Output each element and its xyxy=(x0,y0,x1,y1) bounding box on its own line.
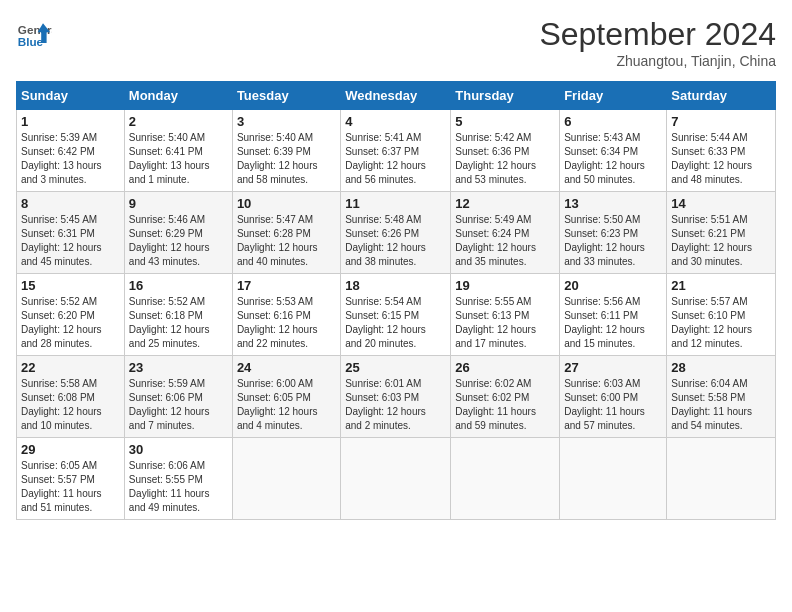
day-info: Sunrise: 6:02 AMSunset: 6:02 PMDaylight:… xyxy=(455,377,555,433)
logo: General Blue xyxy=(16,16,52,52)
table-row: 11Sunrise: 5:48 AMSunset: 6:26 PMDayligh… xyxy=(341,192,451,274)
month-title: September 2024 xyxy=(539,16,776,53)
day-info: Sunrise: 5:49 AMSunset: 6:24 PMDaylight:… xyxy=(455,213,555,269)
day-number: 3 xyxy=(237,114,336,129)
table-row: 18Sunrise: 5:54 AMSunset: 6:15 PMDayligh… xyxy=(341,274,451,356)
day-number: 8 xyxy=(21,196,120,211)
table-row: 4Sunrise: 5:41 AMSunset: 6:37 PMDaylight… xyxy=(341,110,451,192)
table-row xyxy=(341,438,451,520)
col-tuesday: Tuesday xyxy=(232,82,340,110)
table-row: 22Sunrise: 5:58 AMSunset: 6:08 PMDayligh… xyxy=(17,356,125,438)
day-number: 18 xyxy=(345,278,446,293)
table-row: 19Sunrise: 5:55 AMSunset: 6:13 PMDayligh… xyxy=(451,274,560,356)
table-row xyxy=(667,438,776,520)
day-info: Sunrise: 6:01 AMSunset: 6:03 PMDaylight:… xyxy=(345,377,446,433)
day-number: 7 xyxy=(671,114,771,129)
table-row xyxy=(560,438,667,520)
day-number: 28 xyxy=(671,360,771,375)
table-row: 6Sunrise: 5:43 AMSunset: 6:34 PMDaylight… xyxy=(560,110,667,192)
day-info: Sunrise: 5:54 AMSunset: 6:15 PMDaylight:… xyxy=(345,295,446,351)
day-number: 22 xyxy=(21,360,120,375)
day-info: Sunrise: 6:06 AMSunset: 5:55 PMDaylight:… xyxy=(129,459,228,515)
day-info: Sunrise: 5:55 AMSunset: 6:13 PMDaylight:… xyxy=(455,295,555,351)
day-number: 17 xyxy=(237,278,336,293)
day-number: 12 xyxy=(455,196,555,211)
day-info: Sunrise: 5:44 AMSunset: 6:33 PMDaylight:… xyxy=(671,131,771,187)
table-row: 10Sunrise: 5:47 AMSunset: 6:28 PMDayligh… xyxy=(232,192,340,274)
day-info: Sunrise: 5:43 AMSunset: 6:34 PMDaylight:… xyxy=(564,131,662,187)
table-row: 17Sunrise: 5:53 AMSunset: 6:16 PMDayligh… xyxy=(232,274,340,356)
col-saturday: Saturday xyxy=(667,82,776,110)
table-row: 9Sunrise: 5:46 AMSunset: 6:29 PMDaylight… xyxy=(124,192,232,274)
table-row: 30Sunrise: 6:06 AMSunset: 5:55 PMDayligh… xyxy=(124,438,232,520)
day-info: Sunrise: 5:58 AMSunset: 6:08 PMDaylight:… xyxy=(21,377,120,433)
day-number: 29 xyxy=(21,442,120,457)
day-number: 25 xyxy=(345,360,446,375)
day-number: 19 xyxy=(455,278,555,293)
calendar-row: 15Sunrise: 5:52 AMSunset: 6:20 PMDayligh… xyxy=(17,274,776,356)
day-number: 10 xyxy=(237,196,336,211)
table-row: 5Sunrise: 5:42 AMSunset: 6:36 PMDaylight… xyxy=(451,110,560,192)
day-number: 13 xyxy=(564,196,662,211)
col-thursday: Thursday xyxy=(451,82,560,110)
table-row: 16Sunrise: 5:52 AMSunset: 6:18 PMDayligh… xyxy=(124,274,232,356)
day-number: 26 xyxy=(455,360,555,375)
table-row: 27Sunrise: 6:03 AMSunset: 6:00 PMDayligh… xyxy=(560,356,667,438)
day-info: Sunrise: 5:51 AMSunset: 6:21 PMDaylight:… xyxy=(671,213,771,269)
table-row: 14Sunrise: 5:51 AMSunset: 6:21 PMDayligh… xyxy=(667,192,776,274)
day-info: Sunrise: 5:50 AMSunset: 6:23 PMDaylight:… xyxy=(564,213,662,269)
table-row: 28Sunrise: 6:04 AMSunset: 5:58 PMDayligh… xyxy=(667,356,776,438)
table-row: 15Sunrise: 5:52 AMSunset: 6:20 PMDayligh… xyxy=(17,274,125,356)
day-number: 30 xyxy=(129,442,228,457)
title-block: September 2024 Zhuangtou, Tianjin, China xyxy=(539,16,776,69)
day-number: 20 xyxy=(564,278,662,293)
logo-icon: General Blue xyxy=(16,16,52,52)
col-sunday: Sunday xyxy=(17,82,125,110)
table-row: 23Sunrise: 5:59 AMSunset: 6:06 PMDayligh… xyxy=(124,356,232,438)
table-row: 7Sunrise: 5:44 AMSunset: 6:33 PMDaylight… xyxy=(667,110,776,192)
day-info: Sunrise: 6:00 AMSunset: 6:05 PMDaylight:… xyxy=(237,377,336,433)
col-monday: Monday xyxy=(124,82,232,110)
day-number: 14 xyxy=(671,196,771,211)
day-number: 23 xyxy=(129,360,228,375)
day-info: Sunrise: 5:48 AMSunset: 6:26 PMDaylight:… xyxy=(345,213,446,269)
day-info: Sunrise: 6:05 AMSunset: 5:57 PMDaylight:… xyxy=(21,459,120,515)
day-number: 2 xyxy=(129,114,228,129)
table-row: 24Sunrise: 6:00 AMSunset: 6:05 PMDayligh… xyxy=(232,356,340,438)
day-info: Sunrise: 5:56 AMSunset: 6:11 PMDaylight:… xyxy=(564,295,662,351)
day-number: 21 xyxy=(671,278,771,293)
table-row: 25Sunrise: 6:01 AMSunset: 6:03 PMDayligh… xyxy=(341,356,451,438)
calendar-table: Sunday Monday Tuesday Wednesday Thursday… xyxy=(16,81,776,520)
col-wednesday: Wednesday xyxy=(341,82,451,110)
day-info: Sunrise: 5:40 AMSunset: 6:39 PMDaylight:… xyxy=(237,131,336,187)
day-number: 9 xyxy=(129,196,228,211)
day-info: Sunrise: 5:57 AMSunset: 6:10 PMDaylight:… xyxy=(671,295,771,351)
day-number: 16 xyxy=(129,278,228,293)
day-number: 27 xyxy=(564,360,662,375)
day-number: 15 xyxy=(21,278,120,293)
day-info: Sunrise: 5:42 AMSunset: 6:36 PMDaylight:… xyxy=(455,131,555,187)
calendar-row: 8Sunrise: 5:45 AMSunset: 6:31 PMDaylight… xyxy=(17,192,776,274)
table-row: 3Sunrise: 5:40 AMSunset: 6:39 PMDaylight… xyxy=(232,110,340,192)
day-info: Sunrise: 5:47 AMSunset: 6:28 PMDaylight:… xyxy=(237,213,336,269)
table-row xyxy=(451,438,560,520)
day-info: Sunrise: 5:39 AMSunset: 6:42 PMDaylight:… xyxy=(21,131,120,187)
calendar-row: 22Sunrise: 5:58 AMSunset: 6:08 PMDayligh… xyxy=(17,356,776,438)
day-info: Sunrise: 5:46 AMSunset: 6:29 PMDaylight:… xyxy=(129,213,228,269)
svg-text:Blue: Blue xyxy=(18,35,44,48)
table-row: 26Sunrise: 6:02 AMSunset: 6:02 PMDayligh… xyxy=(451,356,560,438)
table-row: 20Sunrise: 5:56 AMSunset: 6:11 PMDayligh… xyxy=(560,274,667,356)
table-row: 2Sunrise: 5:40 AMSunset: 6:41 PMDaylight… xyxy=(124,110,232,192)
day-number: 24 xyxy=(237,360,336,375)
table-row: 1Sunrise: 5:39 AMSunset: 6:42 PMDaylight… xyxy=(17,110,125,192)
location-subtitle: Zhuangtou, Tianjin, China xyxy=(539,53,776,69)
table-row: 8Sunrise: 5:45 AMSunset: 6:31 PMDaylight… xyxy=(17,192,125,274)
table-row: 21Sunrise: 5:57 AMSunset: 6:10 PMDayligh… xyxy=(667,274,776,356)
day-number: 1 xyxy=(21,114,120,129)
page-header: General Blue September 2024 Zhuangtou, T… xyxy=(16,16,776,69)
day-info: Sunrise: 6:04 AMSunset: 5:58 PMDaylight:… xyxy=(671,377,771,433)
day-info: Sunrise: 6:03 AMSunset: 6:00 PMDaylight:… xyxy=(564,377,662,433)
col-friday: Friday xyxy=(560,82,667,110)
day-info: Sunrise: 5:59 AMSunset: 6:06 PMDaylight:… xyxy=(129,377,228,433)
day-info: Sunrise: 5:41 AMSunset: 6:37 PMDaylight:… xyxy=(345,131,446,187)
